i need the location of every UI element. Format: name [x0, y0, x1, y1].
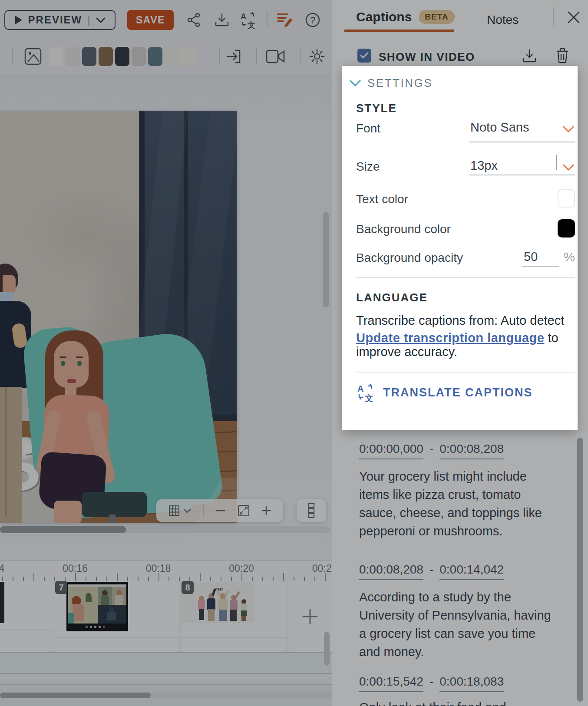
bg-opacity-unit: %	[564, 250, 575, 264]
card-divider	[356, 372, 575, 373]
translate-captions-button[interactable]: A 文 TRANSLATE CAPTIONS	[356, 383, 533, 402]
bg-color-label: Background color	[356, 222, 451, 236]
language-section-title: LANGUAGE	[356, 291, 428, 304]
chevron-down-icon	[349, 79, 361, 87]
bg-opacity-value[interactable]: 50	[524, 250, 538, 264]
font-value[interactable]: Noto Sans	[470, 120, 529, 135]
settings-title: SETTINGS	[367, 76, 433, 90]
size-label: Size	[356, 160, 380, 174]
card-divider	[356, 277, 575, 278]
improve-accuracy-text: improve accuracy.	[356, 345, 457, 359]
translate-icon: A 文	[356, 383, 375, 402]
font-dropdown-chevron-icon[interactable]	[563, 126, 574, 133]
svg-text:文: 文	[364, 393, 373, 402]
text-color-label: Text color	[356, 192, 408, 206]
font-field-underline	[469, 142, 575, 142]
svg-text:A: A	[357, 384, 363, 393]
settings-collapse-toggle[interactable]: SETTINGS	[349, 76, 433, 90]
video-editor-app: PREVIEW | SAVE A 文	[0, 0, 588, 706]
bg-opacity-underline	[522, 266, 559, 267]
update-transcription-language-link[interactable]: Update transcription language	[356, 331, 544, 345]
size-field-underline	[469, 175, 575, 175]
size-dropdown-chevron-icon[interactable]	[563, 164, 574, 171]
size-field-cursor	[556, 155, 557, 170]
style-section-title: STYLE	[356, 102, 397, 115]
size-value[interactable]: 13px	[470, 158, 498, 173]
bg-opacity-label: Background opacity	[356, 251, 463, 265]
bg-color-swatch[interactable]	[558, 219, 575, 238]
captions-settings-card: SETTINGS STYLE Font Noto Sans Size 13px …	[342, 66, 578, 430]
transcription-language-line: Update transcription language to	[356, 331, 558, 345]
font-label: Font	[356, 122, 380, 135]
translate-captions-label: TRANSLATE CAPTIONS	[383, 386, 533, 399]
transcribe-from-text: Transcribe captions from: Auto detect	[356, 313, 564, 328]
text-color-swatch[interactable]	[558, 189, 575, 208]
link-suffix: to	[544, 331, 558, 345]
